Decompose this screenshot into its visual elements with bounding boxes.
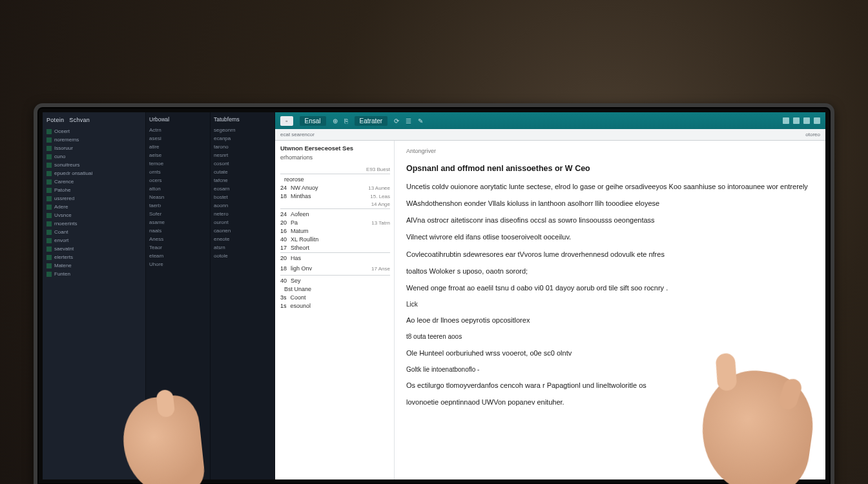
sidebar-far-item[interactable]: Adere [44,203,144,211]
sidebar-mid-item[interactable]: bostet [212,193,273,201]
sidebar-mid-item[interactable]: tarono [212,143,273,151]
sidebar-mid-item[interactable]: Sofer [147,210,209,218]
sidebar-far-item[interactable]: Oceert [44,127,144,136]
outline-row-label: Matum [287,228,390,234]
sidebar-mid-item[interactable]: ootole [212,252,273,260]
sidebar-mid-item[interactable]: Uhore [147,260,209,268]
sidebar-mid-item[interactable]: netero [212,210,273,218]
sidebar-mid-item[interactable]: atton [147,185,209,193]
outline-row[interactable]: reorose [280,176,390,184]
win-extra-icon[interactable] [814,117,820,124]
outline-row-label: Sey [287,277,390,284]
file-icon [46,205,52,210]
outline-row[interactable] [280,273,390,276]
file-icon [46,213,52,218]
file-icon [46,247,52,252]
sidebar-far-item[interactable]: Funten [44,270,144,278]
sidebar-far-item[interactable]: ussrered [44,194,144,203]
outline-row[interactable]: 40Sey [280,277,390,285]
sidebar-mid-item[interactable]: taerb [147,201,209,210]
toolbar-glyph-5[interactable]: ✎ [418,117,423,125]
outline-row[interactable]: 18ligh Onv17 Anse [280,265,390,273]
sidebar-far-item-label: Uvsnce [54,212,72,219]
content-paragraph: WAshdothenshon eonder Vllals kioluss in … [406,198,809,209]
sidebar-mid-item[interactable]: nesnrt [212,151,273,159]
sidebar-far-item[interactable]: Uvsnce [44,211,144,219]
sidebar-mid-item[interactable]: ecanpa [212,134,273,143]
toolbar-glyph-3[interactable]: ⟳ [394,117,399,125]
tab-blank[interactable]: ◦ [280,116,293,126]
outline-row[interactable]: 24NW Anuoy13 Aunee [280,184,390,192]
toolbar-glyph-4[interactable]: ☰ [406,117,411,125]
sidebar-mid-item[interactable]: atsrn [212,243,273,252]
document-area: ◦ Ensal ⊕ ⎘ Eatrater ⟳ ☰ ✎ [275,112,825,479]
sidebar-far-item[interactable]: elerterts [44,253,144,261]
content-paragraph: Ole Hunteel oorburiuhed wrss vooerot, o0… [406,348,809,359]
sidebar-far-item[interactable]: Matene [44,261,144,270]
toolbar-glyph-2[interactable]: ⎘ [344,117,348,125]
sidebar-mid-item[interactable]: eteam [147,252,209,260]
sidebar-mid-item[interactable]: aoonn [212,201,273,210]
sidebar-mid-item[interactable]: asesi [147,134,209,143]
outline-row[interactable]: 40XL Roullitn [280,236,390,244]
sidebar-mid-item[interactable]: aelse [147,151,209,159]
outline-row[interactable]: 3sCoont [280,294,390,302]
sidebar-mid-item[interactable]: Actrn [147,126,209,134]
sidebar-mid-item[interactable]: segeonrn [212,126,273,134]
win-min-icon[interactable] [783,117,789,124]
sidebar-far-item[interactable]: Carence [44,177,144,186]
sidebar-far-item[interactable]: noremerns [44,136,144,144]
sidebar-mid-item[interactable]: ornts [147,168,209,176]
file-icon [46,255,52,260]
sidebar-far-panel: Potein Schvan OceertnoremernsIssoruurcun… [43,112,146,479]
tab-primary[interactable]: Ensal [300,116,326,126]
sidebar-far-item[interactable]: rnoeerints [44,219,144,228]
outline-row[interactable]: 20Pa13 Tatrn [280,219,390,227]
outline-row[interactable]: 24Aofeen [280,210,390,219]
sidebar-mid-col1-header: Urbowal [147,115,209,126]
tab-blank-icon: ◦ [285,117,288,125]
outline-row[interactable]: 14 Ange [280,201,390,209]
win-max-icon[interactable] [793,117,800,124]
sidebar-far-item[interactable]: Patohe [44,186,144,194]
sidebar-mid-item[interactable]: eosarn [212,185,273,193]
sidebar-far-item[interactable]: saevatnt [44,245,144,253]
laptop-bezel: Potein Schvan OceertnoremernsIssoruurcun… [34,103,834,484]
sidebar-far-item[interactable]: Issoruur [44,144,144,152]
sidebar-far-item[interactable]: envort [44,236,144,245]
document-outline: Utwnon Eerseceoset Ses erhomarions E93 B… [275,141,395,479]
sidebar-mid-item[interactable]: caonen [212,227,273,235]
outline-row[interactable]: E93 Buest [280,166,390,174]
sidebar-far-item-label: rnoeerints [54,220,78,227]
sidebar-far-item[interactable]: epuedr onsatiuai [44,169,144,177]
outline-row[interactable]: 20Has [280,254,390,263]
sidebar-mid-item[interactable]: eneote [212,235,273,243]
sidebar-mid-item[interactable]: Neasn [147,193,209,201]
sidebar-mid-item[interactable]: temoe [147,159,209,168]
sidebar-mid-item[interactable]: asame [147,218,209,227]
sidebar-far-item[interactable]: cuno [44,152,144,161]
toolbar-glyph-1[interactable]: ⊕ [333,117,338,125]
sidebar-mid-item[interactable]: tafcne [212,176,273,185]
sidebar-mid-item[interactable]: atire [147,143,209,151]
sidebar-mid-item[interactable]: cutate [212,168,273,176]
tab-secondary[interactable]: Eatrater [355,116,388,126]
sidebar-mid-item[interactable]: ocers [147,176,209,185]
outline-row[interactable]: 1sesounol [280,302,390,310]
outline-row[interactable]: 17Stheort [280,244,390,253]
win-close-icon[interactable] [803,117,810,124]
sidebar-far-item[interactable]: Coant [44,228,144,236]
outline-row[interactable]: 16Matum [280,227,390,236]
sidebar-mid-item[interactable]: cosont [212,159,273,168]
content-paragraph: Os ectilurgo tlomoyverdanfos cencoh wara… [406,380,809,391]
outline-row-num: 24 [280,185,287,191]
document-content[interactable]: Antongriver Opsnanl and offmod nenl anis… [395,141,825,479]
sidebar-mid-item[interactable]: naals [147,227,209,235]
outline-row[interactable]: Bst Unane [280,285,390,294]
sidebar-far-item[interactable]: sonuitreurs [44,161,144,169]
sidebar-mid-item[interactable]: Teaor [147,243,209,252]
sidebar-mid-item[interactable]: ouront [212,218,273,227]
sidebar-mid-item[interactable]: Aness [147,235,209,243]
outline-row[interactable]: 18Minthas15. Leas [280,192,390,201]
content-paragraph: lovonoetie oepntinnaod UWVon popanev eni… [406,397,809,408]
